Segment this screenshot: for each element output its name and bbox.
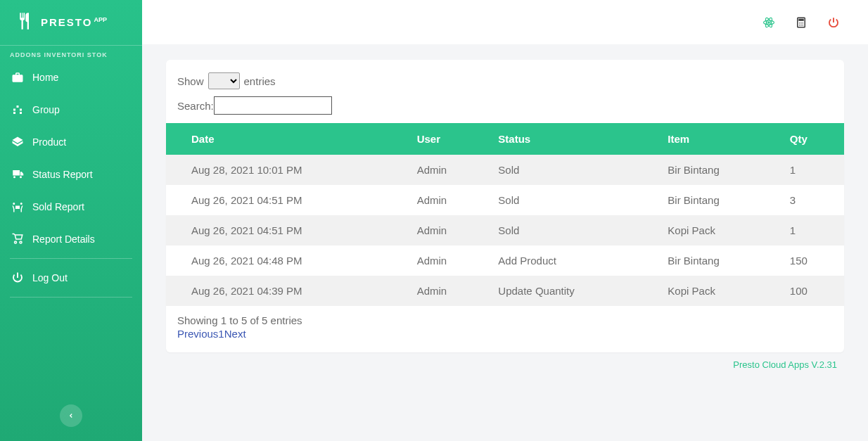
- col-status[interactable]: Status: [498, 123, 668, 155]
- cell-qty: 3: [790, 185, 844, 215]
- truck-icon: [11, 168, 24, 181]
- main: Show entries Search: Date User Status: [142, 0, 868, 441]
- nav: Home Group Product Status Report Sold Re…: [0, 61, 142, 399]
- cell-item: Bir Bintang: [668, 185, 790, 215]
- svg-point-3: [768, 21, 770, 23]
- svg-point-10: [800, 25, 802, 26]
- cell-user: Admin: [417, 245, 499, 276]
- col-item[interactable]: Item: [668, 123, 790, 155]
- atom-icon[interactable]: [762, 16, 775, 29]
- sidebar-item-home[interactable]: Home: [0, 61, 142, 94]
- cell-qty: 1: [790, 215, 844, 245]
- sidebar-section-label: ADDONS INVENTORI STOK: [0, 45, 142, 61]
- table-header-row: Date User Status Item Qty: [166, 123, 844, 155]
- sidebar-item-product[interactable]: Product: [0, 126, 142, 158]
- cell-user: Admin: [417, 215, 499, 245]
- people-carry-icon: [11, 200, 24, 213]
- cell-date: Aug 26, 2021 04:48 PM: [166, 245, 417, 276]
- cell-user: Admin: [417, 155, 499, 185]
- prev-link[interactable]: Previous: [177, 328, 218, 340]
- sidebar: PRESTOAPP ADDONS INVENTORI STOK Home Gro…: [0, 0, 142, 441]
- brand-name: PRESTOAPP: [41, 16, 107, 29]
- svg-point-7: [800, 23, 802, 24]
- search-label: Search:: [177, 100, 214, 112]
- brand: PRESTOAPP: [0, 0, 142, 45]
- nav-separator: [10, 297, 132, 298]
- table-row: Aug 28, 2021 10:01 PMAdminSoldBir Bintan…: [166, 155, 844, 185]
- col-qty[interactable]: Qty: [790, 123, 844, 155]
- layers-icon: [11, 136, 24, 148]
- search-input[interactable]: [214, 96, 332, 115]
- page-number[interactable]: 1: [218, 328, 224, 340]
- sidebar-item-label: Sold Report: [32, 201, 84, 212]
- svg-point-8: [803, 23, 804, 24]
- table-row: Aug 26, 2021 04:48 PMAdminAdd ProductBir…: [166, 245, 844, 276]
- table-info: Showing 1 to 5 of 5 entries: [166, 306, 844, 326]
- sidebar-item-label: Status Report: [32, 169, 93, 180]
- sidebar-item-logout[interactable]: Log Out: [0, 262, 142, 294]
- svg-point-9: [799, 25, 800, 26]
- group-icon: [11, 103, 24, 116]
- sidebar-collapse-button[interactable]: [60, 404, 82, 427]
- cell-status: Update Quantity: [498, 276, 668, 306]
- next-link[interactable]: Next: [224, 328, 246, 340]
- power-icon[interactable]: [827, 16, 840, 29]
- briefcase-icon: [11, 71, 24, 84]
- col-user[interactable]: User: [417, 123, 499, 155]
- cell-item: Bir Bintang: [668, 155, 790, 185]
- cell-qty: 1: [790, 155, 844, 185]
- entries-control: Show entries: [166, 72, 844, 94]
- cell-item: Bir Bintang: [668, 245, 790, 276]
- cell-qty: 100: [790, 276, 844, 306]
- sidebar-item-label: Product: [32, 136, 66, 148]
- report-table: Date User Status Item Qty Aug 28, 2021 1…: [166, 123, 844, 306]
- cell-status: Sold: [498, 215, 668, 245]
- cell-user: Admin: [417, 185, 499, 215]
- app-version: Presto Cloud Apps V.2.31: [166, 352, 844, 370]
- cell-user: Admin: [417, 276, 499, 306]
- cell-item: Kopi Pack: [668, 276, 790, 306]
- sidebar-item-status-report[interactable]: Status Report: [0, 158, 142, 191]
- report-card: Show entries Search: Date User Status: [166, 60, 844, 352]
- entries-select[interactable]: [208, 72, 240, 89]
- sidebar-item-report-details[interactable]: Report Details: [0, 223, 142, 255]
- nav-separator: [10, 258, 132, 259]
- cart-icon: [11, 233, 24, 245]
- sidebar-item-label: Group: [32, 104, 60, 115]
- chevron-left-icon: [68, 412, 75, 419]
- sidebar-item-label: Home: [32, 72, 58, 83]
- cell-item: Kopi Pack: [668, 215, 790, 245]
- table-row: Aug 26, 2021 04:51 PMAdminSoldBir Bintan…: [166, 185, 844, 215]
- topbar: [142, 0, 868, 44]
- svg-point-11: [803, 25, 804, 26]
- sidebar-item-sold-report[interactable]: Sold Report: [0, 191, 142, 223]
- cell-date: Aug 26, 2021 04:51 PM: [166, 185, 417, 215]
- cell-status: Add Product: [498, 245, 668, 276]
- search-control: Search:: [166, 94, 844, 123]
- col-date[interactable]: Date: [166, 123, 417, 155]
- sidebar-item-label: Report Details: [32, 234, 95, 245]
- table-row: Aug 26, 2021 04:51 PMAdminSoldKopi Pack1: [166, 215, 844, 245]
- cell-date: Aug 28, 2021 10:01 PM: [166, 155, 417, 185]
- show-prefix: Show: [177, 75, 204, 87]
- power-icon: [11, 271, 24, 284]
- cell-qty: 150: [790, 245, 844, 276]
- fork-knife-icon: [14, 11, 34, 34]
- sidebar-item-group[interactable]: Group: [0, 94, 142, 126]
- svg-point-6: [799, 23, 800, 24]
- calculator-icon[interactable]: [795, 16, 808, 29]
- cell-status: Sold: [498, 185, 668, 215]
- cell-status: Sold: [498, 155, 668, 185]
- cell-date: Aug 26, 2021 04:39 PM: [166, 276, 417, 306]
- show-suffix: entries: [244, 75, 276, 87]
- pagination: Previous1Next: [166, 326, 844, 340]
- table-row: Aug 26, 2021 04:39 PMAdminUpdate Quantit…: [166, 276, 844, 306]
- cell-date: Aug 26, 2021 04:51 PM: [166, 215, 417, 245]
- sidebar-item-label: Log Out: [32, 272, 68, 283]
- content: Show entries Search: Date User Status: [142, 44, 868, 441]
- svg-rect-5: [798, 18, 804, 20]
